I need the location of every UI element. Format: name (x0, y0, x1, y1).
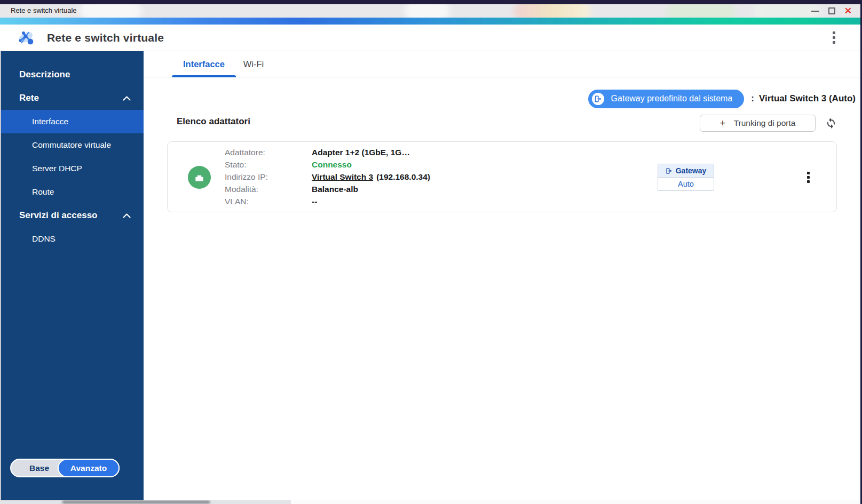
refresh-icon[interactable] (825, 116, 837, 129)
gateway-badge: Gateway Auto (658, 164, 714, 191)
sidebar-item-server-dhcp[interactable]: Server DHCP (1, 157, 144, 180)
plus-icon: + (720, 117, 726, 129)
sidebar-item-interfacce[interactable]: Interfacce (1, 110, 144, 133)
field-row-adapter: Adattatore: Adapter 1+2 (1GbE, 1G… (225, 147, 430, 159)
titlebar-glow (666, 4, 737, 18)
adapter-more-options-icon[interactable] (807, 172, 810, 183)
field-label: VLAN: (225, 197, 312, 206)
chevron-up-icon[interactable] (123, 96, 131, 101)
adapter-fields: Adattatore: Adapter 1+2 (1GbE, 1G… Stato… (225, 147, 430, 207)
adapter-name-value: Adapter 1+2 (1GbE, 1G… (312, 148, 410, 157)
sidebar: Descrizione Rete Interfacce Commutatore … (0, 51, 144, 500)
close-icon[interactable]: ✕ (844, 4, 852, 18)
sidebar-item-label: Route (32, 187, 54, 197)
desktop-bottom-strip-light (291, 500, 860, 504)
tab-interfacce[interactable]: Interfacce (170, 51, 238, 77)
sidebar-item-commutatore-virtuale[interactable]: Commutatore virtuale (1, 133, 144, 157)
titlebar-glow (80, 4, 141, 18)
tab-bar: Interfacce Wi-Fi (144, 51, 860, 77)
gateway-badge-label: Gateway (676, 166, 707, 175)
minimize-icon[interactable] (811, 11, 819, 12)
sidebar-item-label: Servizi di accesso (19, 210, 97, 221)
sidebar-item-label: DDNS (32, 234, 56, 244)
chevron-up-icon[interactable] (123, 213, 131, 218)
adapter-card: Adattatore: Adapter 1+2 (1GbE, 1G… Stato… (167, 141, 837, 212)
gateway-badge-header: Gateway (658, 164, 714, 178)
blurred-desktop-text (62, 501, 210, 503)
separator: : (751, 93, 754, 104)
port-trunking-button[interactable]: + Trunking di porta (700, 115, 816, 132)
field-row-ip: Indirizzo IP: Virtual Switch 3 (192.168.… (225, 171, 430, 183)
default-gateway-switch: Virtual Switch 3 (Auto) (759, 93, 856, 104)
sidebar-item-label: Commutatore virtuale (32, 140, 111, 150)
titlebar-glow (754, 4, 820, 18)
titlebar-glow (513, 4, 591, 18)
sidebar-item-ddns[interactable]: DDNS (1, 227, 144, 251)
sidebar-item-descrizione[interactable]: Descrizione (1, 63, 144, 86)
mode-value: Balance-alb (312, 185, 358, 194)
window-titlebar[interactable]: Rete e switch virtuale ✕ (0, 4, 860, 18)
gateway-icon (666, 167, 673, 174)
brand-gradient-bar (0, 18, 860, 25)
default-gateway-row: Gateway predefinito dal sistema : Virtua… (588, 89, 856, 108)
default-gateway-button[interactable]: Gateway predefinito dal sistema (588, 90, 745, 108)
field-row-status: Stato: Connesso (225, 159, 430, 171)
sidebar-item-label: Descrizione (19, 69, 70, 80)
field-row-mode: Modalità: Balance-alb (225, 183, 430, 195)
window-title: Rete e switch virtuale (11, 6, 77, 14)
ip-address-value: (192.168.0.34) (376, 172, 430, 182)
app-header: Rete e switch virtuale (0, 25, 860, 51)
virtual-switch-link[interactable]: Virtual Switch 3 (312, 172, 373, 182)
mode-toggle: Base Avanzato (10, 459, 120, 477)
default-gateway-value: : Virtual Switch 3 (Auto) (751, 93, 856, 104)
field-label: Stato: (225, 160, 312, 170)
adapter-list-heading: Elenco adattatori (177, 116, 250, 127)
window-controls: ✕ (811, 4, 852, 18)
maximize-icon[interactable] (828, 7, 835, 14)
tab-wifi[interactable]: Wi-Fi (239, 51, 268, 77)
sidebar-item-route[interactable]: Route (1, 180, 144, 204)
network-app-icon (18, 29, 35, 46)
field-label: Indirizzo IP: (225, 172, 312, 182)
desktop: Rete e switch virtuale ✕ Rete e switch v… (0, 0, 862, 504)
vlan-value: -- (312, 197, 317, 206)
status-badge: Connesso (312, 160, 352, 170)
gateway-mode-auto[interactable]: Auto (658, 178, 714, 190)
main-content: Interfacce Wi-Fi Gateway predefinito dal… (144, 51, 860, 500)
sidebar-item-label: Rete (19, 93, 39, 103)
default-gateway-button-label: Gateway predefinito dal sistema (611, 94, 733, 103)
field-row-vlan: VLAN: -- (225, 195, 430, 207)
desktop-bottom-strip (0, 500, 860, 504)
sidebar-item-rete[interactable]: Rete (1, 86, 144, 110)
field-label: Modalità: (225, 185, 312, 194)
port-trunking-label: Trunking di porta (734, 118, 796, 128)
mode-toggle-avanzato[interactable]: Avanzato (58, 459, 120, 477)
sidebar-item-servizi-di-accesso[interactable]: Servizi di accesso (1, 204, 144, 227)
sidebar-nav: Descrizione Rete Interfacce Commutatore … (1, 51, 144, 251)
gateway-icon (592, 93, 604, 105)
page-title: Rete e switch virtuale (47, 25, 164, 51)
ethernet-port-icon (188, 166, 211, 189)
field-label: Adattatore: (225, 148, 312, 157)
sidebar-item-label: Server DHCP (32, 164, 82, 173)
titlebar-glow (405, 4, 450, 18)
sidebar-item-label: Interfacce (32, 117, 68, 126)
more-options-icon[interactable] (833, 31, 835, 44)
